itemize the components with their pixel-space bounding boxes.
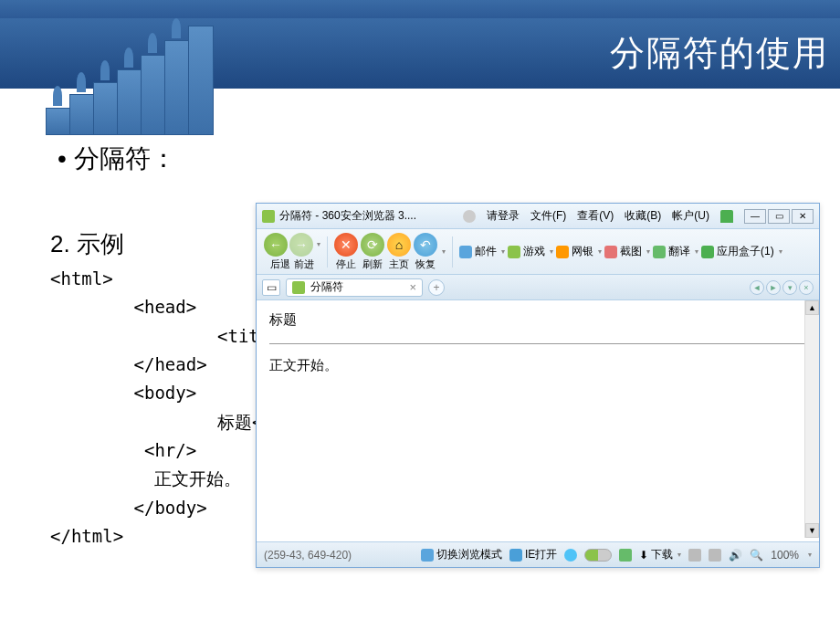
appbox-icon — [701, 246, 714, 258]
tab-close-all-button[interactable]: × — [799, 280, 814, 295]
home-label: 主页 — [389, 257, 409, 271]
stop-button[interactable]: ✕ — [334, 233, 358, 257]
switch-mode-icon — [421, 549, 434, 562]
page-hr-separator — [269, 343, 806, 344]
menu-file[interactable]: 文件(F) — [530, 208, 566, 224]
globe-icon[interactable] — [564, 549, 577, 562]
download-icon: ⬇ — [639, 549, 648, 562]
translate-link[interactable]: 翻译▾ — [653, 244, 698, 259]
browser-statusbar: (259-43, 649-420) 切换浏览模式 IE打开 ⬇下载▾ 🔊 🔍 1… — [257, 541, 819, 567]
new-tab-button[interactable]: + — [428, 279, 445, 296]
page-body-text: 正文开始。 — [269, 357, 806, 374]
html-code-example: <html> <head> <title </head> <body> 标题<b… — [50, 265, 280, 551]
zoom-level: 100% — [771, 549, 799, 562]
example-section-title: 2. 示例 — [50, 228, 124, 260]
restore-dropdown[interactable]: ▾ — [442, 247, 446, 256]
tab-favicon — [292, 281, 305, 294]
ie-open-button[interactable]: IE打开 — [509, 547, 557, 562]
maximize-button[interactable]: ▭ — [768, 209, 790, 224]
browser-toolbar: ← → ▾ 后退 前进 ✕ 停止 ⟳ 刷新 ⌂ 主页 ↶ 恢复 ▾ 邮件▾ 游戏… — [257, 229, 819, 275]
forward-button[interactable]: → — [289, 233, 313, 257]
stop-label: 停止 — [336, 257, 356, 271]
tab-prev-button[interactable]: ◄ — [750, 280, 764, 295]
active-tab[interactable]: 分隔符 × — [286, 278, 423, 297]
ie-icon — [509, 549, 522, 562]
page-heading: 标题 — [269, 311, 806, 329]
capture-icon — [604, 246, 617, 258]
browser-window: 分隔符 - 360安全浏览器 3.... 请登录 文件(F) 查看(V) 收藏(… — [256, 203, 820, 568]
status-icon-3[interactable] — [709, 549, 721, 562]
nav-dropdown[interactable]: ▾ — [317, 240, 320, 248]
browser-tabbar: ▭ 分隔符 × + ◄ ► ▾ × — [257, 275, 819, 300]
switch-mode-button[interactable]: 切换浏览模式 — [421, 547, 502, 562]
tab-close-button[interactable]: × — [409, 280, 416, 294]
bank-link[interactable]: 网银▾ — [556, 244, 602, 259]
minimize-button[interactable]: — — [744, 209, 766, 224]
download-button[interactable]: ⬇下载▾ — [639, 547, 681, 562]
restore-label: 恢复 — [415, 257, 436, 271]
zoom-dropdown[interactable]: ▾ — [808, 551, 812, 559]
skin-icon[interactable] — [720, 210, 733, 223]
mode-toggle[interactable] — [584, 549, 612, 562]
tab-list-button[interactable]: ▾ — [782, 280, 797, 295]
close-button[interactable]: ✕ — [792, 209, 814, 224]
back-button[interactable]: ← — [264, 233, 288, 257]
user-icon — [463, 210, 476, 223]
restore-button[interactable]: ↶ — [414, 233, 437, 257]
home-button[interactable]: ⌂ — [387, 233, 411, 257]
slide-top-band — [0, 0, 840, 18]
zoom-icon[interactable]: 🔍 — [750, 549, 763, 562]
tab-title: 分隔符 — [310, 279, 343, 295]
tab-next-button[interactable]: ► — [766, 280, 781, 295]
capture-link[interactable]: 截图▾ — [604, 244, 650, 259]
browser-content: 标题 正文开始。 ▲ ▼ — [257, 300, 819, 538]
scroll-up-button[interactable]: ▲ — [805, 300, 819, 315]
menu-account[interactable]: 帐户(U) — [672, 208, 709, 224]
refresh-button[interactable]: ⟳ — [361, 233, 384, 257]
game-icon — [508, 246, 520, 258]
scroll-down-button[interactable]: ▼ — [805, 523, 819, 538]
login-link[interactable]: 请登录 — [487, 208, 520, 224]
status-coords: (259-43, 649-420) — [264, 549, 352, 562]
menu-view[interactable]: 查看(V) — [577, 208, 614, 224]
home-tab-button[interactable]: ▭ — [262, 279, 280, 296]
window-title: 分隔符 - 360安全浏览器 3.... — [279, 208, 416, 224]
bullet-separator-label: • 分隔符： — [58, 142, 176, 176]
bank-icon — [556, 246, 569, 258]
game-link[interactable]: 游戏▾ — [508, 244, 553, 259]
vertical-scrollbar[interactable]: ▲ ▼ — [804, 300, 819, 538]
browser-titlebar: 分隔符 - 360安全浏览器 3.... 请登录 文件(F) 查看(V) 收藏(… — [257, 204, 819, 229]
menu-favorites[interactable]: 收藏(B) — [625, 208, 661, 224]
sound-icon[interactable]: 🔊 — [729, 549, 742, 562]
status-icon-2[interactable] — [688, 549, 701, 562]
translate-icon — [653, 246, 666, 258]
slide-title: 分隔符的使用 — [610, 30, 829, 77]
refresh-label: 刷新 — [362, 257, 383, 271]
appbox-link[interactable]: 应用盒子(1)▾ — [701, 244, 782, 259]
status-icon-1[interactable] — [619, 549, 632, 562]
mail-link[interactable]: 邮件▾ — [459, 244, 505, 259]
decorative-bar-chart — [46, 16, 247, 135]
browser-favicon — [262, 210, 275, 223]
mail-icon — [459, 246, 472, 258]
